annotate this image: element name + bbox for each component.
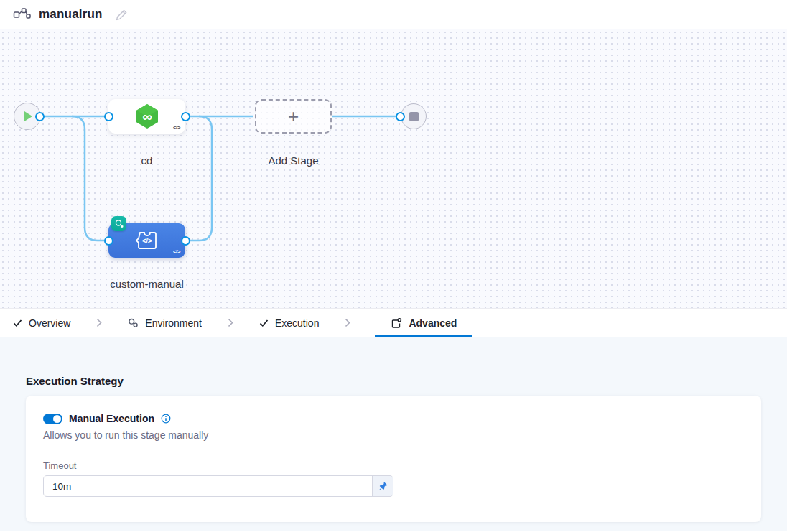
advanced-icon (391, 317, 402, 329)
stop-icon (409, 112, 419, 121)
pin-icon (378, 482, 388, 491)
plus-icon: + (288, 107, 299, 126)
timeout-label: Timeout (43, 460, 744, 471)
edge-custom-to-join (189, 116, 212, 241)
toggle-knob (53, 415, 61, 423)
manual-execution-description: Allows you to run this stage manually (43, 429, 744, 441)
port-custom-out[interactable] (181, 236, 190, 246)
pipeline-canvas[interactable]: ∞ </> + </> </> cd Add Stage custom-manu… (0, 29, 787, 308)
custom-code-glyph: </> (142, 237, 152, 245)
manual-execution-toggle[interactable] (43, 414, 62, 424)
chevron-right-icon (228, 309, 233, 337)
manual-execution-label: Manual Execution (69, 413, 154, 424)
pipeline-edges (0, 29, 787, 308)
execution-strategy-heading: Execution Strategy (26, 375, 761, 387)
stage-config-tabs: Overview Environment Execution Advanced (0, 308, 787, 337)
tab-environment[interactable]: Environment (126, 309, 203, 337)
chevron-right-icon (96, 309, 102, 337)
tab-advanced[interactable]: Advanced (375, 309, 472, 337)
yaml-code-glyph: </> (173, 248, 180, 255)
play-icon (24, 111, 32, 121)
check-icon (13, 319, 22, 327)
add-stage-button[interactable]: + (255, 99, 332, 134)
page-title: manualrun (39, 7, 103, 22)
add-stage-label: Add Stage (233, 154, 353, 167)
port-start-out[interactable] (35, 112, 45, 121)
stage-label-custom-manual: custom-manual (87, 278, 207, 290)
port-custom-in[interactable] (104, 236, 113, 246)
timeout-input[interactable] (44, 476, 372, 496)
yaml-code-glyph: </> (173, 124, 180, 131)
pipeline-header: manualrun (0, 0, 787, 29)
stage-node-cd[interactable]: ∞ </> (108, 99, 185, 134)
tab-overview[interactable]: Overview (11, 309, 72, 337)
port-cd-in[interactable] (104, 112, 113, 121)
port-cd-out[interactable] (181, 112, 190, 121)
tab-label: Advanced (409, 317, 457, 329)
port-end-in[interactable] (396, 112, 405, 121)
edit-pencil-icon[interactable] (115, 8, 129, 22)
tab-label: Overview (29, 317, 70, 329)
chevron-right-icon (345, 309, 350, 337)
info-icon[interactable] (161, 414, 171, 424)
tab-label: Execution (275, 317, 319, 329)
execution-strategy-card: Manual Execution Allows you to run this … (26, 396, 761, 522)
timeout-field-group (43, 475, 394, 497)
edge-start-to-custom (72, 116, 106, 241)
pipeline-graph-icon (13, 8, 31, 22)
cd-hexagon-infinity-icon: ∞ (134, 103, 160, 129)
environment-icon (128, 318, 139, 328)
pin-fixed-value-button[interactable] (372, 476, 393, 496)
svg-text:∞: ∞ (142, 109, 152, 124)
check-icon (259, 319, 269, 327)
tab-label: Environment (145, 317, 202, 329)
interactive-click-badge-icon (111, 216, 126, 231)
stage-label-cd: cd (87, 154, 207, 167)
advanced-panel: Execution Strategy Manual Execution Allo… (0, 337, 787, 531)
tab-execution[interactable]: Execution (258, 309, 320, 337)
